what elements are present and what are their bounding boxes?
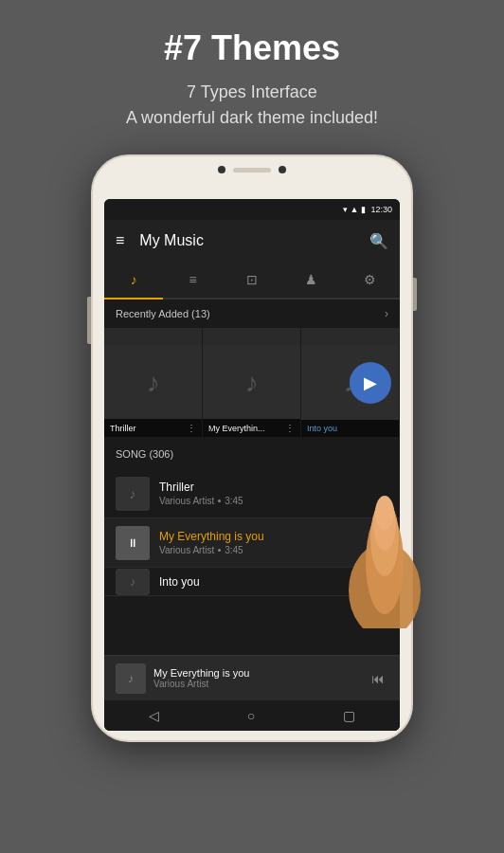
content-area: Recently Added (13) › ♪ Thriller ⋮ ♪ bbox=[104, 299, 400, 731]
search-icon[interactable]: 🔍 bbox=[369, 232, 388, 250]
signal-icon: ▲ bbox=[351, 205, 359, 214]
song-info-2: My Everything is you Various Artist 3:45 bbox=[159, 530, 368, 555]
mini-artist: Various Artist bbox=[153, 679, 368, 689]
menu-icon[interactable]: ≡ bbox=[116, 232, 124, 249]
recently-added-arrow[interactable]: › bbox=[385, 307, 388, 320]
mini-title: My Everything is you bbox=[153, 667, 368, 679]
nav-tabs: ♪ ≡ ⊡ ♟ ⚙ bbox=[104, 262, 400, 299]
status-icons: ▾ ▲ ▮ 12:30 bbox=[343, 205, 392, 214]
song-name-1: Thriller bbox=[159, 481, 388, 494]
tab-equalizer[interactable]: ⚙ bbox=[341, 262, 400, 298]
phone-frame: ▾ ▲ ▮ 12:30 ≡ My Music 🔍 ♪ ≡ ⊡ ♟ ⚙ bbox=[91, 154, 413, 742]
song-meta-2: Various Artist 3:45 bbox=[159, 545, 368, 555]
song-meta-1: Various Artist 3:45 bbox=[159, 496, 388, 506]
play-fab[interactable]: ▶ bbox=[350, 362, 391, 404]
tab-artist[interactable]: ♟ bbox=[281, 262, 340, 298]
tab-album[interactable]: ⊡ bbox=[223, 262, 281, 298]
mini-player: ♪ My Everything is you Various Artist ⏮ bbox=[104, 655, 400, 700]
song-duration-1: 3:45 bbox=[225, 496, 243, 506]
song-duration-2: 3:45 bbox=[225, 545, 243, 555]
song-artist-2: Various Artist bbox=[159, 545, 214, 555]
album-art-1: ♪ bbox=[104, 345, 202, 421]
song-artist-1: Various Artist bbox=[159, 496, 214, 506]
album-label-3: Into you bbox=[301, 420, 399, 437]
song-count-label: SONG (306) bbox=[116, 448, 173, 460]
mini-info: My Everything is you Various Artist bbox=[153, 667, 368, 689]
tab-songs[interactable]: ♪ bbox=[104, 262, 163, 298]
header-title: #7 Themes bbox=[126, 28, 378, 68]
mini-prev-button[interactable]: ⏮ bbox=[368, 667, 388, 690]
dot-2 bbox=[218, 549, 221, 552]
battery-icon: ▮ bbox=[361, 205, 366, 214]
song-thumb-1: ♪ bbox=[116, 477, 150, 511]
album-item-3[interactable]: ♪ Into you ▶ bbox=[301, 328, 400, 437]
earpiece bbox=[233, 168, 271, 172]
song-item-1[interactable]: ♪ Thriller Various Artist 3:45 bbox=[104, 469, 400, 518]
status-bar: ▾ ▲ ▮ 12:30 bbox=[104, 199, 400, 220]
song-item-3[interactable]: ♪ Into you bbox=[104, 568, 400, 596]
song-list: ♪ Thriller Various Artist 3:45 ⏸ bbox=[104, 469, 400, 655]
time-display: 12:30 bbox=[370, 205, 392, 214]
tab-playlist[interactable]: ≡ bbox=[163, 262, 222, 298]
album-more-2[interactable]: ⋮ bbox=[285, 423, 295, 433]
front-camera bbox=[218, 166, 225, 173]
recent-button[interactable]: ▢ bbox=[343, 708, 355, 723]
album-label-1: Thriller ⋮ bbox=[104, 419, 202, 437]
song-info-3: Into you bbox=[159, 575, 388, 589]
album-name-3: Into you bbox=[307, 424, 393, 433]
album-name-2: My Everythin... bbox=[208, 424, 285, 433]
wifi-icon: ▾ bbox=[343, 205, 348, 214]
play-indicator-2: ⏸ bbox=[116, 526, 150, 560]
mini-thumb: ♪ bbox=[116, 663, 146, 694]
back-button[interactable]: ◁ bbox=[149, 708, 159, 723]
top-bar-title: My Music bbox=[139, 232, 369, 249]
song-name-3: Into you bbox=[159, 575, 388, 589]
home-button[interactable]: ○ bbox=[247, 708, 255, 723]
dot-1 bbox=[218, 499, 221, 502]
album-item-2[interactable]: ♪ My Everythin... ⋮ bbox=[203, 328, 301, 437]
album-name-1: Thriller bbox=[110, 424, 187, 433]
recently-added-header: Recently Added (13) › bbox=[104, 299, 400, 328]
album-more-1[interactable]: ⋮ bbox=[187, 423, 196, 433]
song-info-1: Thriller Various Artist 3:45 bbox=[159, 481, 388, 506]
song-item-2[interactable]: ⏸ My Everything is you Various Artist 3:… bbox=[104, 518, 400, 568]
song-more-2[interactable]: ⋮ bbox=[368, 532, 388, 554]
power-button bbox=[413, 278, 417, 311]
song-name-2: My Everything is you bbox=[159, 530, 368, 543]
phone-screen: ▾ ▲ ▮ 12:30 ≡ My Music 🔍 ♪ ≡ ⊡ ♟ ⚙ bbox=[104, 199, 400, 731]
subtitle-line1: 7 Types Interface bbox=[187, 82, 317, 101]
album-label-2: My Everythin... ⋮ bbox=[203, 419, 300, 437]
song-thumb-3: ♪ bbox=[116, 569, 150, 595]
album-art-2: ♪ bbox=[203, 345, 300, 421]
phone-notch bbox=[218, 166, 286, 173]
top-bar: ≡ My Music 🔍 bbox=[104, 220, 400, 262]
song-section-header: SONG (306) bbox=[104, 437, 400, 469]
phone-mockup: ▾ ▲ ▮ 12:30 ≡ My Music 🔍 ♪ ≡ ⊡ ♟ ⚙ bbox=[91, 154, 413, 742]
header-subtitle: 7 Types Interface A wonderful dark theme… bbox=[126, 80, 378, 131]
front-sensor bbox=[279, 166, 286, 173]
subtitle-line2: A wonderful dark theme included! bbox=[126, 108, 378, 127]
recently-added-label: Recently Added (13) bbox=[116, 308, 210, 319]
nav-bar: ◁ ○ ▢ bbox=[104, 700, 400, 731]
header-section: #7 Themes 7 Types Interface A wonderful … bbox=[107, 0, 397, 150]
album-item-1[interactable]: ♪ Thriller ⋮ bbox=[104, 328, 203, 437]
album-grid: ♪ Thriller ⋮ ♪ My Everythin... ⋮ bbox=[104, 328, 400, 437]
